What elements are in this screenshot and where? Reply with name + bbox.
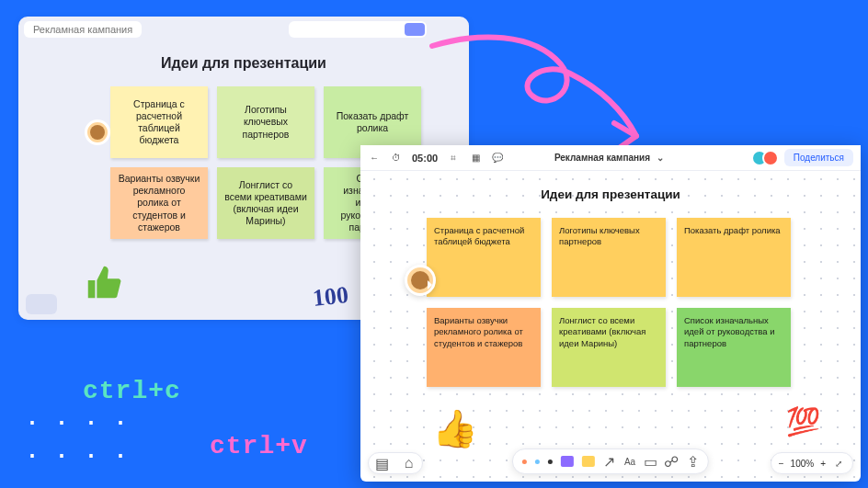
- front-top-bar: ← ⏱ 05:00 ⌗ ▦ 💬 Рекламная кампания ⌄ Под…: [360, 145, 861, 171]
- lock-icon[interactable]: ⌂: [403, 457, 416, 470]
- marker-tool[interactable]: [535, 460, 540, 464]
- caption-copy: ctrl+c: [83, 377, 181, 405]
- board-chip[interactable]: Рекламная кампания: [24, 21, 142, 38]
- sticky-note[interactable]: Варианты озвучки рекламного ролика от ст…: [110, 167, 208, 239]
- shape-tool[interactable]: [561, 456, 574, 467]
- sticky-note[interactable]: Страница с расчетной таблицей бюджета: [427, 218, 541, 297]
- back-search-go-button[interactable]: [405, 23, 425, 36]
- tool-icon[interactable]: ⌗: [447, 152, 460, 165]
- sticky-note[interactable]: Варианты озвучки рекламного ролика от ст…: [427, 308, 541, 387]
- more-tools-icon[interactable]: ▭: [644, 455, 657, 468]
- zoom-in-button[interactable]: +: [820, 459, 826, 469]
- sticky-tool[interactable]: [582, 456, 595, 467]
- user-avatar[interactable]: [85, 119, 110, 145]
- back-bottom-handle[interactable]: [26, 294, 57, 314]
- breadcrumb-label: Рекламная кампания: [554, 153, 650, 163]
- hundred-sticker: 100: [312, 281, 350, 312]
- user-cursor-avatar[interactable]: [405, 265, 436, 296]
- sticky-note[interactable]: Показать драфт ролика: [677, 218, 791, 297]
- zoom-out-button[interactable]: −: [779, 459, 784, 469]
- comment-icon[interactable]: 💬: [491, 152, 504, 165]
- sticky-note[interactable]: Список изначальных идей от руководства и…: [677, 308, 791, 387]
- presence-avatar[interactable]: [762, 150, 779, 166]
- upload-tool-icon[interactable]: ⇪: [686, 455, 699, 468]
- back-board-title: Идеи для презентации: [18, 55, 469, 72]
- front-board-title: Идеи для презентации: [360, 187, 861, 201]
- back-arrow-icon[interactable]: ←: [368, 152, 381, 165]
- sticky-note[interactable]: Лонглист со всеми креативами (включая ид…: [552, 308, 666, 387]
- breadcrumb[interactable]: Рекламная кампания ⌄: [554, 152, 667, 165]
- arrow-tool-icon[interactable]: ↗: [603, 455, 616, 468]
- layers-icon[interactable]: ▤: [376, 457, 389, 470]
- caption-paste: ctrl+v: [210, 432, 308, 460]
- chevron-down-icon[interactable]: ⌄: [654, 152, 667, 165]
- bottom-nav-pill[interactable]: ▤ ⌂: [368, 452, 423, 474]
- timer-icon[interactable]: ⏱: [390, 152, 403, 165]
- sticky-note[interactable]: Логотипы ключевых партнеров: [217, 86, 314, 158]
- sticky-note[interactable]: Логотипы ключевых партнеров: [552, 218, 666, 297]
- back-top-bar: Рекламная кампания: [18, 17, 469, 42]
- pen-tool[interactable]: [522, 460, 527, 464]
- link-tool-icon[interactable]: ☍: [665, 455, 678, 468]
- share-button[interactable]: Поделиться: [784, 149, 853, 166]
- zoom-control: − 100% + ⤢: [771, 452, 853, 474]
- bottom-toolbar: ↗ Aa ▭ ☍ ⇪: [512, 448, 709, 474]
- presence-avatars[interactable]: [751, 150, 779, 166]
- front-notes-grid: Страница с расчетной таблицей бюджета Ло…: [427, 218, 794, 387]
- fullscreen-icon[interactable]: ⤢: [832, 457, 845, 470]
- sticky-note[interactable]: Лонглист со всеми креативами (включая ид…: [217, 167, 314, 239]
- thumbs-up-emoji-icon: 👍: [432, 407, 478, 450]
- decorative-dots: ········: [28, 404, 145, 471]
- timer-value: 05:00: [412, 153, 438, 164]
- text-tool[interactable]: Aa: [624, 457, 635, 467]
- sticky-note[interactable]: Страница с расчетной таблицей бюджета: [110, 86, 208, 158]
- color-tool[interactable]: [548, 460, 553, 464]
- zoom-value[interactable]: 100%: [791, 459, 815, 469]
- hundred-emoji-icon: 💯: [786, 405, 820, 437]
- board-window-front: ← ⏱ 05:00 ⌗ ▦ 💬 Рекламная кампания ⌄ Под…: [360, 145, 861, 482]
- thumbs-up-icon: [83, 261, 125, 303]
- back-search[interactable]: [289, 21, 427, 38]
- frames-icon[interactable]: ▦: [469, 152, 482, 165]
